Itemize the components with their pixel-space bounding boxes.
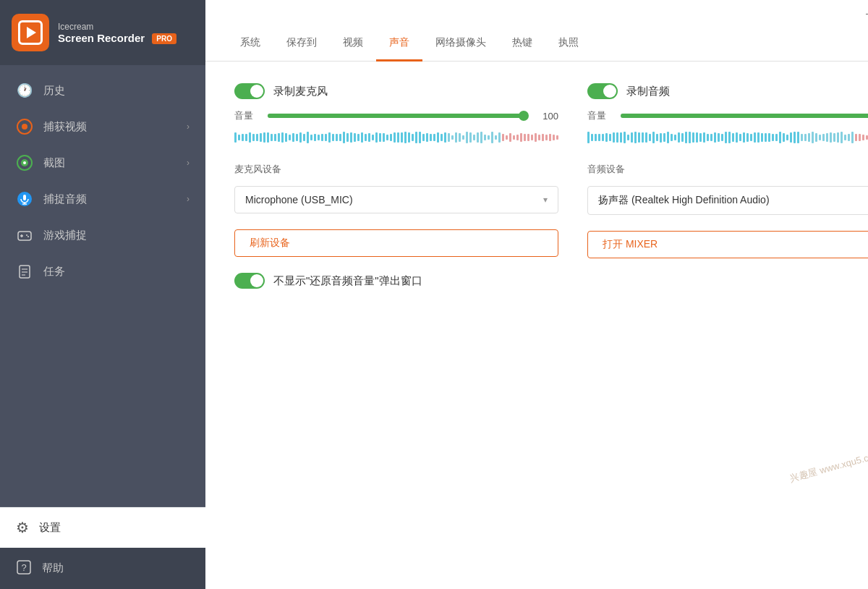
meter-bar [451,135,454,140]
sidebar-item-screenshot[interactable]: 截图 › [0,145,205,181]
meter-bar [707,134,709,140]
meter-bar [477,132,479,143]
meter-bar [292,133,294,143]
meter-bar [397,132,399,142]
task-icon [16,263,33,280]
meter-bar [862,135,864,140]
app-header: Icecream Screen Recorder PRO [0,0,205,65]
mic-device-label: 麦克风设备 [234,163,558,176]
meter-bar [480,132,482,143]
system-device-select[interactable]: 扬声器 (Realtek High Definition Audio) ▾ [587,186,868,215]
meter-bar [808,133,810,142]
tab-saveto[interactable]: 保存到 [273,26,330,62]
meter-bar [822,134,825,140]
tab-video[interactable]: 视频 [330,26,376,62]
meter-bar [819,135,821,141]
mic-device-select[interactable]: Microphone (USB_MIC) ▾ [234,186,558,213]
sidebar-item-label: 截图 [43,156,65,170]
meter-bar [652,132,655,143]
mic-volume-value: 100 [538,111,558,122]
mic-audio-meter [234,131,558,144]
meter-bar [699,133,702,141]
meter-bar [556,135,558,140]
mic-section: 录制麦克风 音量 100 麦克风设备 Micro [234,83,558,258]
tab-system[interactable]: 系统 [227,26,273,62]
meter-bar [663,133,665,143]
meter-bar [498,132,501,142]
system-volume-slider[interactable] [621,114,868,118]
bottom-toggle-row: 不显示"还原音频音量"弹出窗口 [234,273,868,289]
sidebar-item-settings[interactable]: ⚙ 设置 [0,507,205,548]
meter-bar [263,132,265,143]
sidebar-item-capture-video[interactable]: 捕获视频 › [0,109,205,145]
meter-bar [761,133,763,141]
svg-rect-6 [23,195,26,200]
refresh-devices-button[interactable]: 刷新设备 [234,229,558,257]
meter-bar [696,132,698,143]
tab-license[interactable]: 执照 [545,26,592,62]
chevron-right-icon: › [187,158,190,168]
sidebar-item-label: 帮助 [42,562,64,575]
meter-bar [473,135,475,140]
sidebar-item-game-capture[interactable]: 游戏捕捉 [0,217,205,253]
meter-bar [516,135,519,141]
minimize-button[interactable]: — [862,4,868,22]
mic-volume-row: 音量 100 [234,109,558,122]
svg-rect-9 [18,232,31,240]
sidebar-item-capture-audio[interactable]: 捕捉音频 › [0,181,205,217]
sidebar-item-label: 捕捉音频 [43,192,87,206]
meter-bar [739,134,741,141]
meter-bar [542,134,544,142]
meter-bar [524,134,526,142]
meter-bar [790,132,792,143]
sidebar-item-help[interactable]: ? 帮助 [0,548,205,589]
meter-bar [441,134,443,141]
meter-bar [332,134,334,141]
svg-point-1 [22,124,27,130]
meter-bar [768,133,770,142]
meter-bar [718,133,720,142]
meter-bar [804,134,807,141]
meter-bar [455,132,457,143]
meter-bar [736,132,738,143]
sidebar-item-history[interactable]: 🕐 历史 [0,72,205,109]
capture-audio-icon [16,190,33,208]
meter-bar [772,134,774,140]
help-icon: ? [16,559,32,577]
meter-bar [393,132,396,143]
meter-bar [645,132,647,143]
meter-bar [678,132,680,143]
meter-bar [404,132,407,143]
meter-bar [513,135,515,140]
tab-audio[interactable]: 声音 [376,26,422,62]
meter-bar [692,132,694,143]
meter-bar [689,132,691,143]
tab-webcam[interactable]: 网络摄像头 [422,26,499,62]
meter-bar [721,134,723,140]
sidebar: Icecream Screen Recorder PRO 🕐 历史 捕获视频 › [0,0,205,589]
open-mixer-button[interactable]: 打开 MIXER [587,231,868,258]
mic-toggle[interactable] [234,83,265,99]
meter-bar [855,134,857,140]
main-content: — □ ✕ 系统 保存到 视频 声音 网络摄像头 热键 执照 录制麦克风 音量 [205,0,868,589]
meter-bar [343,132,345,143]
meter-bar [837,132,839,143]
meter-bar [620,132,622,142]
restore-volume-toggle[interactable] [234,273,265,289]
meter-bar [372,135,374,141]
app-logo-icon [18,20,43,45]
meter-bar [685,132,687,143]
sidebar-item-task[interactable]: 任务 [0,253,205,289]
sidebar-item-label: 捕获视频 [43,120,87,134]
meter-bar [616,132,618,143]
system-audio-toggle[interactable] [587,83,618,99]
meter-bar [350,132,352,143]
meter-bar [725,132,727,143]
meter-bar [591,134,593,141]
mic-volume-slider[interactable] [268,114,524,118]
meter-bar [466,132,468,143]
meter-bar [296,134,298,141]
tab-hotkeys[interactable]: 热键 [499,26,545,62]
meter-bar [750,134,752,140]
meter-bar [354,133,356,142]
